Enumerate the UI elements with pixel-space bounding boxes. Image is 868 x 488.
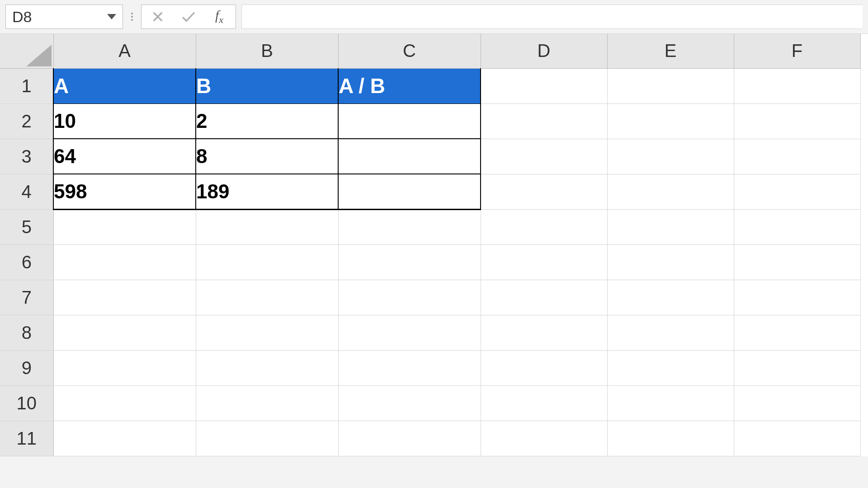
- column-header-a[interactable]: A: [53, 34, 196, 68]
- cell-a7[interactable]: [53, 280, 196, 315]
- column-header-d[interactable]: D: [481, 34, 607, 68]
- cell-c9[interactable]: [338, 350, 481, 385]
- cell-e7[interactable]: [607, 280, 734, 315]
- cell-b5[interactable]: [196, 209, 338, 244]
- cell-a10[interactable]: [53, 385, 196, 421]
- formula-input[interactable]: [241, 5, 863, 29]
- cell-a8[interactable]: [53, 315, 196, 350]
- select-all-triangle-icon: [26, 45, 52, 66]
- cell-c3[interactable]: [338, 139, 481, 174]
- row-header-5[interactable]: 5: [0, 209, 53, 244]
- cell-b6[interactable]: [196, 244, 338, 280]
- cell-a4[interactable]: 598: [53, 174, 196, 209]
- cell-b11[interactable]: [196, 421, 338, 456]
- row-header-7[interactable]: 7: [0, 280, 53, 315]
- cell-d1[interactable]: [481, 68, 607, 103]
- cell-b9[interactable]: [196, 350, 338, 385]
- cell-d8[interactable]: [481, 315, 607, 350]
- cell-a6[interactable]: [53, 244, 196, 280]
- row-header-4[interactable]: 4: [0, 174, 53, 209]
- cell-b10[interactable]: [196, 385, 338, 421]
- cell-a11[interactable]: [53, 421, 196, 456]
- row-header-1[interactable]: 1: [0, 68, 53, 103]
- insert-function-button[interactable]: fx: [211, 9, 227, 25]
- cell-b3[interactable]: 8: [196, 139, 338, 174]
- name-box-value: D8: [12, 8, 32, 26]
- cell-e1[interactable]: [607, 68, 734, 103]
- cell-e10[interactable]: [607, 385, 734, 421]
- cell-a1[interactable]: A: [53, 68, 196, 103]
- cell-c7[interactable]: [338, 280, 481, 315]
- cell-f9[interactable]: [734, 350, 860, 385]
- cell-e5[interactable]: [607, 209, 734, 244]
- formula-buttons-group: fx: [141, 5, 236, 29]
- cell-d3[interactable]: [481, 139, 607, 174]
- cell-e6[interactable]: [607, 244, 734, 280]
- cell-c5[interactable]: [338, 209, 481, 244]
- cell-c1[interactable]: A / B: [338, 68, 481, 103]
- cell-f7[interactable]: [734, 280, 860, 315]
- cell-d9[interactable]: [481, 350, 607, 385]
- cell-f8[interactable]: [734, 315, 860, 350]
- row-header-11[interactable]: 11: [0, 421, 53, 456]
- cell-f2[interactable]: [734, 103, 860, 139]
- cell-f5[interactable]: [734, 209, 860, 244]
- cell-f4[interactable]: [734, 174, 860, 209]
- cell-d10[interactable]: [481, 385, 607, 421]
- cell-a3[interactable]: 64: [53, 139, 196, 174]
- enter-button[interactable]: [180, 9, 197, 25]
- cell-d2[interactable]: [481, 103, 607, 139]
- column-header-c[interactable]: C: [338, 34, 481, 68]
- row-header-9[interactable]: 9: [0, 350, 53, 385]
- spreadsheet-grid: A B C D E F 1 A B A / B 2 10 2: [0, 34, 868, 456]
- cell-e3[interactable]: [607, 139, 734, 174]
- cell-b8[interactable]: [196, 315, 338, 350]
- cell-b7[interactable]: [196, 280, 338, 315]
- cell-d6[interactable]: [481, 244, 607, 280]
- cell-e2[interactable]: [607, 103, 734, 139]
- cell-f1[interactable]: [734, 68, 860, 103]
- cell-c11[interactable]: [338, 421, 481, 456]
- cell-f6[interactable]: [734, 244, 860, 280]
- cell-e8[interactable]: [607, 315, 734, 350]
- cell-f10[interactable]: [734, 385, 860, 421]
- row-header-3[interactable]: 3: [0, 139, 53, 174]
- fx-icon: fx: [215, 8, 223, 26]
- chevron-down-icon[interactable]: [107, 14, 116, 19]
- row-header-6[interactable]: 6: [0, 244, 53, 280]
- cell-a9[interactable]: [53, 350, 196, 385]
- select-all-corner[interactable]: [0, 34, 53, 68]
- cell-e4[interactable]: [607, 174, 734, 209]
- cell-a2[interactable]: 10: [53, 103, 196, 139]
- cell-c4[interactable]: [338, 174, 481, 209]
- cell-e11[interactable]: [607, 421, 734, 456]
- cell-c8[interactable]: [338, 315, 481, 350]
- cell-d5[interactable]: [481, 209, 607, 244]
- cell-b4[interactable]: 189: [196, 174, 338, 209]
- cell-d7[interactable]: [481, 280, 607, 315]
- check-icon: [181, 10, 196, 23]
- column-header-b[interactable]: B: [196, 34, 338, 68]
- cell-c2[interactable]: [338, 103, 481, 139]
- cell-d11[interactable]: [481, 421, 607, 456]
- cancel-button[interactable]: [150, 9, 166, 25]
- cell-e9[interactable]: [607, 350, 734, 385]
- formula-bar: D8 fx: [0, 0, 868, 34]
- column-header-f[interactable]: F: [734, 34, 860, 68]
- row-header-10[interactable]: 10: [0, 385, 53, 421]
- cell-b1[interactable]: B: [196, 68, 338, 103]
- vertical-grip-icon[interactable]: [127, 13, 137, 21]
- cell-f3[interactable]: [734, 139, 860, 174]
- column-header-e[interactable]: E: [607, 34, 734, 68]
- row-header-8[interactable]: 8: [0, 315, 53, 350]
- x-icon: [151, 10, 164, 23]
- name-box[interactable]: D8: [5, 5, 123, 29]
- row-header-2[interactable]: 2: [0, 103, 53, 139]
- cell-c10[interactable]: [338, 385, 481, 421]
- cell-f11[interactable]: [734, 421, 860, 456]
- cell-b2[interactable]: 2: [196, 103, 338, 139]
- cell-a5[interactable]: [53, 209, 196, 244]
- cell-d4[interactable]: [481, 174, 607, 209]
- cell-c6[interactable]: [338, 244, 481, 280]
